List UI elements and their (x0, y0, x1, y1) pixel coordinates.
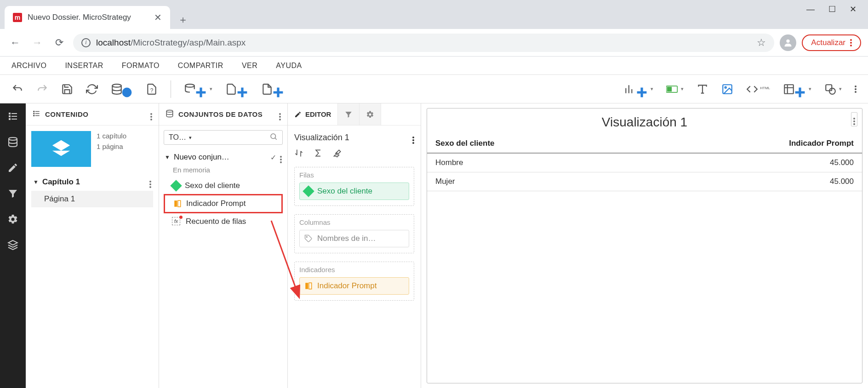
content-panel-title: CONTENIDO (45, 110, 146, 118)
columns-chip[interactable]: Nombres de in… (299, 230, 409, 247)
add-data-button[interactable]: ▾ (184, 80, 212, 98)
vnav-layers-icon[interactable] (0, 232, 26, 258)
url-bar[interactable]: i localhost/MicroStrategy/asp/Main.aspx … (73, 34, 774, 52)
window-minimize-icon[interactable]: — (806, 5, 815, 14)
browser-tab[interactable]: m Nuevo Dossier. MicroStrategy ✕ (5, 6, 170, 29)
editor-more-button[interactable] (412, 131, 414, 144)
window-maximize-icon[interactable]: ☐ (828, 4, 836, 14)
svg-rect-10 (826, 85, 832, 91)
datasets-more-button[interactable] (279, 108, 281, 120)
panel-button[interactable]: ▾ (783, 80, 811, 98)
back-button[interactable]: ← (7, 34, 23, 51)
svg-rect-6 (667, 86, 672, 91)
update-button[interactable]: Actualizar (802, 34, 861, 51)
svg-point-0 (787, 39, 790, 42)
chapter-more-button[interactable] (149, 176, 151, 188)
svg-rect-15 (11, 116, 17, 117)
refresh-button[interactable] (86, 83, 98, 95)
svg-rect-24 (35, 115, 40, 116)
redo-button[interactable] (36, 83, 48, 95)
eraser-icon[interactable] (333, 148, 342, 160)
vnav-filter-icon[interactable] (0, 181, 26, 206)
new-page-button[interactable] (225, 80, 248, 98)
chart-button[interactable]: ▾ (624, 80, 653, 98)
svg-rect-30 (305, 283, 308, 289)
html-button[interactable]: HTML (746, 83, 770, 95)
reprompt-button[interactable]: ? (146, 83, 158, 95)
check-icon: ✓ (270, 153, 276, 162)
svg-rect-21 (33, 113, 34, 114)
rows-dropzone[interactable]: Filas Sexo del cliente (294, 167, 414, 206)
site-info-icon[interactable]: i (81, 38, 91, 47)
editor-tab-editor[interactable]: EDITOR (288, 103, 338, 125)
swap-icon[interactable] (294, 148, 303, 160)
svg-rect-28 (178, 200, 181, 207)
toolbar-more-button[interactable] (855, 86, 857, 93)
text-button[interactable] (697, 83, 708, 95)
bookmark-star-icon[interactable]: ☆ (757, 37, 766, 49)
svg-rect-16 (9, 118, 11, 120)
table-header-col1[interactable]: Sexo del cliente (427, 134, 637, 153)
sigma-icon[interactable] (314, 148, 323, 160)
tab-title: Nuevo Dossier. MicroStrategy (28, 13, 148, 22)
vnav-data-icon[interactable] (0, 129, 26, 155)
window-close-icon[interactable]: ✕ (850, 4, 857, 14)
editor-tab-filter[interactable] (338, 103, 360, 125)
group-more-button[interactable] (280, 151, 282, 163)
memory-label: En memoria (164, 165, 283, 177)
data-button[interactable] (111, 80, 133, 98)
filter-button[interactable]: ▾ (666, 83, 684, 95)
menu-ayuda[interactable]: AYUDA (276, 62, 302, 70)
svg-point-8 (725, 86, 726, 88)
svg-point-26 (271, 134, 276, 139)
save-button[interactable] (61, 83, 73, 95)
vnav-toc-icon[interactable] (0, 103, 26, 129)
reload-button[interactable]: ⟳ (51, 34, 68, 51)
svg-rect-14 (9, 115, 11, 117)
new-tab-button[interactable]: ＋ (174, 11, 192, 29)
browser-nav-bar: ← → ⟳ i localhost/MicroStrategy/asp/Main… (0, 29, 868, 57)
page-row[interactable]: Página 1 (31, 191, 153, 207)
rows-label: Filas (299, 171, 409, 179)
columns-dropzone[interactable]: Columnas Nombres de in… (294, 214, 414, 253)
table-row[interactable]: Mujer 45.000 (427, 172, 862, 191)
table-header-col2[interactable]: Indicador Prompt (637, 134, 862, 153)
dataset-item-attribute[interactable]: Sexo del cliente (164, 177, 283, 194)
dataset-group[interactable]: ▼ Nuevo conjun… ✓ (164, 149, 283, 165)
menu-archivo[interactable]: ARCHIVO (11, 62, 46, 70)
dataset-item-fx[interactable]: fx Recuento de filas (164, 213, 283, 230)
viz-more-button[interactable] (851, 112, 857, 126)
metrics-dropzone[interactable]: Indicadores Indicador Prompt (294, 262, 414, 301)
menu-ver[interactable]: VER (242, 62, 257, 70)
dataset-item-metric[interactable]: Indicador Prompt (164, 194, 283, 213)
svg-point-25 (166, 110, 173, 112)
new-chapter-button[interactable] (261, 80, 284, 98)
filter-select[interactable]: TO…▾ (169, 133, 192, 142)
editor-tab-format[interactable] (360, 103, 381, 125)
tab-close-icon[interactable]: ✕ (154, 12, 162, 23)
menu-compartir[interactable]: COMPARTIR (178, 62, 223, 70)
undo-button[interactable] (11, 83, 23, 95)
profile-button[interactable] (780, 34, 796, 51)
svg-rect-23 (33, 115, 34, 116)
cover-meta: 1 capítulo 1 página (97, 131, 126, 152)
svg-text:?: ? (150, 87, 154, 93)
content-more-button[interactable] (150, 108, 152, 120)
menu-insertar[interactable]: INSERTAR (65, 62, 103, 70)
visualization-title: Visualización 1 (427, 108, 862, 134)
cover-card[interactable]: 1 capítulo 1 página (31, 131, 153, 167)
svg-point-4 (185, 84, 194, 87)
vnav-settings-icon[interactable] (0, 206, 26, 232)
editor-tabs: EDITOR (288, 103, 421, 126)
chapter-row[interactable]: ▼ Capítulo 1 (31, 173, 153, 191)
menu-formato[interactable]: FORMATO (122, 62, 160, 70)
image-button[interactable] (721, 83, 733, 95)
search-icon[interactable] (195, 132, 278, 143)
table-row[interactable]: Hombre 45.000 (427, 153, 862, 172)
rows-chip[interactable]: Sexo del cliente (299, 183, 409, 200)
datasets-filter[interactable]: TO…▾ (164, 130, 283, 145)
forward-button[interactable]: → (29, 34, 46, 51)
vnav-edit-icon[interactable] (0, 155, 26, 181)
metrics-chip[interactable]: Indicador Prompt (299, 277, 409, 295)
shape-button[interactable]: ▾ (824, 83, 842, 95)
